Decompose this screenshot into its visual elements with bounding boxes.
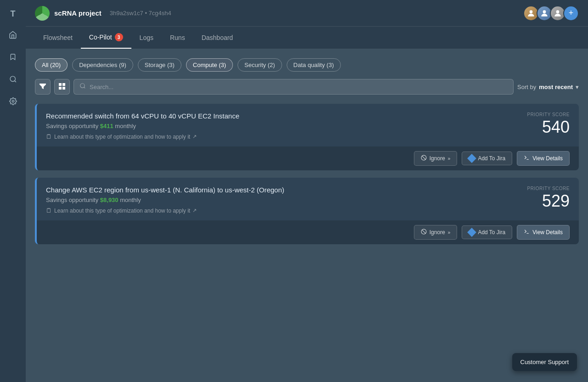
svg-point-2 <box>12 100 14 102</box>
project-name: scRNA project <box>54 9 102 17</box>
breadcrumb: 3h9a2sw1c7 • 7cg4sh4 <box>110 10 171 17</box>
logo-icon <box>35 6 50 21</box>
add-member-button[interactable]: + <box>563 6 579 21</box>
copilot-badge: 3 <box>115 33 123 41</box>
view-icon <box>524 155 530 162</box>
sort-value: most recent <box>539 84 573 90</box>
jira-icon-2 <box>467 228 476 237</box>
sidebar-item-search[interactable] <box>4 71 22 89</box>
search-icon <box>9 75 17 85</box>
grid-icon <box>59 83 65 91</box>
view-details-button-2[interactable]: View Details <box>517 225 570 240</box>
tab-copilot[interactable]: Co-Pilot 3 <box>81 27 131 49</box>
sidebar: T <box>0 0 26 382</box>
bookmark-icon <box>9 53 17 63</box>
svg-point-5 <box>556 10 560 13</box>
ignore-icon <box>421 155 427 162</box>
priority-score-2: PRIORITY SCORE 529 <box>527 186 570 209</box>
tab-dashboard[interactable]: Dashboard <box>193 27 242 49</box>
gear-icon <box>9 97 17 107</box>
filter-button[interactable] <box>35 79 51 95</box>
add-to-jira-button-2[interactable]: Add To Jira <box>462 225 512 239</box>
svg-line-13 <box>422 156 425 160</box>
jira-icon <box>467 154 476 163</box>
recommendation-card-2: Change AWS EC2 region from us-west-1 (N.… <box>35 178 579 244</box>
grid-view-button[interactable] <box>54 79 70 95</box>
filter-icon <box>40 83 46 90</box>
svg-point-0 <box>10 76 15 81</box>
svg-line-1 <box>14 80 16 82</box>
svg-rect-8 <box>59 87 62 90</box>
book-icon: 🗒 <box>46 133 52 140</box>
chevron-down-icon: ▾ <box>576 84 579 90</box>
sidebar-item-home[interactable] <box>4 27 22 45</box>
external-link-icon-2: ↗ <box>192 208 197 213</box>
search-row: Sort by most recent ▾ <box>35 79 579 95</box>
ignore-button-1[interactable]: Ignore » <box>414 151 458 166</box>
sort-prefix: Sort by <box>517 84 536 90</box>
card-learn-1[interactable]: 🗒 Learn about this type of optimization … <box>46 133 518 140</box>
topbar: scRNA project 3h9a2sw1c7 • 7cg4sh4 + <box>26 0 588 27</box>
chip-storage[interactable]: Storage (3) <box>138 58 181 72</box>
svg-rect-6 <box>59 83 62 86</box>
view-icon-2 <box>524 229 530 236</box>
card-learn-2[interactable]: 🗒 Learn about this type of optimization … <box>46 207 518 214</box>
svg-rect-7 <box>62 83 65 86</box>
card-title-2: Change AWS EC2 region from us-west-1 (N.… <box>46 186 518 194</box>
main-area: scRNA project 3h9a2sw1c7 • 7cg4sh4 + Flo… <box>26 0 588 382</box>
svg-point-3 <box>530 10 533 13</box>
search-icon <box>79 83 86 91</box>
sidebar-item-gear[interactable] <box>4 93 22 111</box>
ignore-icon-2 <box>421 229 427 236</box>
tab-runs[interactable]: Runs <box>162 27 193 49</box>
avatar-group: + <box>523 6 579 21</box>
logo-area: scRNA project 3h9a2sw1c7 • 7cg4sh4 <box>35 6 171 21</box>
ignore-chevron: » <box>448 156 451 161</box>
sidebar-item-bookmark[interactable] <box>4 49 22 67</box>
chip-compute[interactable]: Compute (3) <box>186 58 233 72</box>
text-icon: T <box>11 9 16 19</box>
svg-line-16 <box>422 230 425 234</box>
card-actions-2: Ignore » Add To Jira View Details <box>37 220 579 244</box>
chip-data-quality[interactable]: Data quality (3) <box>287 58 341 72</box>
card-savings-1: Savings opportunity $411 monthly <box>46 123 518 129</box>
filter-chips: All (20) Dependencies (9) Storage (3) Co… <box>35 58 579 72</box>
priority-score-1: PRIORITY SCORE 540 <box>527 112 570 135</box>
recommendation-card-1: Recommended switch from 64 vCPU to 40 vC… <box>35 104 579 170</box>
chip-security[interactable]: Security (2) <box>237 58 282 72</box>
search-input[interactable] <box>90 84 508 90</box>
customer-support-button[interactable]: Customer Support <box>512 353 577 371</box>
svg-line-11 <box>84 87 85 89</box>
ignore-button-2[interactable]: Ignore » <box>414 225 458 240</box>
svg-point-4 <box>543 10 546 13</box>
book-icon-2: 🗒 <box>46 207 52 214</box>
home-icon <box>9 31 17 41</box>
svg-point-10 <box>80 84 85 88</box>
card-savings-2: Savings opportunity $8,930 monthly <box>46 197 518 203</box>
svg-rect-9 <box>62 87 65 90</box>
tab-flowsheet[interactable]: Flowsheet <box>35 27 81 49</box>
search-container <box>74 79 514 95</box>
sidebar-item-t[interactable]: T <box>4 5 22 23</box>
card-title-1: Recommended switch from 64 vCPU to 40 vC… <box>46 112 518 120</box>
sort-dropdown[interactable]: Sort by most recent ▾ <box>517 84 579 90</box>
chip-all[interactable]: All (20) <box>35 58 68 72</box>
nav-tabs: Flowsheet Co-Pilot 3 Logs Runs Dashboard <box>26 27 588 49</box>
add-to-jira-button-1[interactable]: Add To Jira <box>462 152 512 165</box>
tab-logs[interactable]: Logs <box>131 27 162 49</box>
external-link-icon: ↗ <box>192 134 197 140</box>
ignore-chevron-2: » <box>448 230 451 235</box>
content-area: All (20) Dependencies (9) Storage (3) Co… <box>26 49 588 382</box>
card-actions-1: Ignore » Add To Jira View Details <box>37 146 579 170</box>
chip-dependencies[interactable]: Dependencies (9) <box>72 58 133 72</box>
view-details-button-1[interactable]: View Details <box>517 151 570 166</box>
